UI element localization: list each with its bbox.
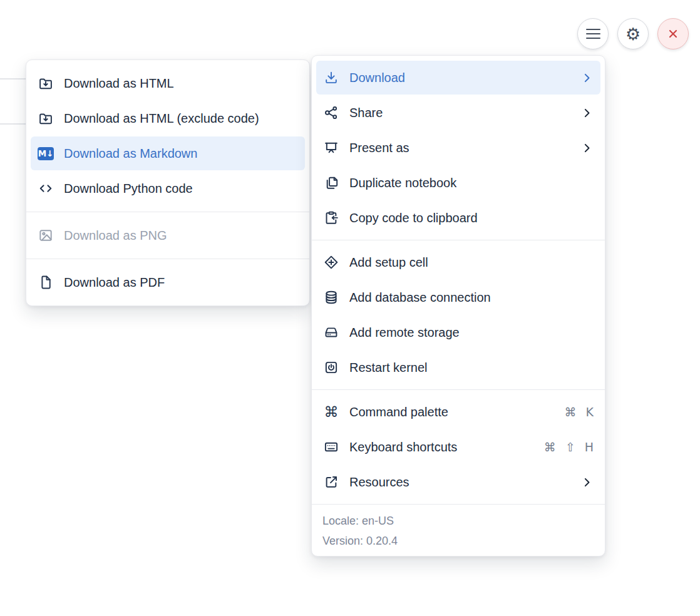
menu-section-cells: Add setup cell Add database connection A…: [312, 240, 605, 389]
hard-drive-icon: [323, 324, 339, 341]
keyboard-shortcut-hint: ⌘ ⇧ H: [544, 440, 594, 454]
hamburger-icon: [586, 29, 600, 39]
menu-item-keyboard-shortcuts[interactable]: Keyboard shortcuts ⌘ ⇧ H: [316, 430, 600, 464]
menu-item-label: Command palette: [349, 405, 448, 419]
image-icon: [38, 227, 54, 244]
locale-text: Locale: en-US: [322, 511, 594, 531]
menu-item-duplicate-notebook[interactable]: Duplicate notebook: [316, 166, 600, 200]
presentation-icon: [323, 140, 339, 156]
submenu-section-png: Download as PNG: [26, 212, 309, 259]
menu-item-label: Download as Markdown: [64, 146, 197, 161]
folder-download-icon: [38, 75, 54, 91]
menu-item-label: Copy code to clipboard: [349, 211, 478, 225]
clipboard-arrow-icon: [323, 210, 339, 226]
submenu-item-download-as-html-exclude-code[interactable]: Download as HTML (exclude code): [31, 101, 305, 135]
menu-item-resources[interactable]: Resources: [316, 465, 600, 499]
download-submenu-panel: Download as HTML Download as HTML (exclu…: [26, 59, 310, 306]
markdown-badge-icon: M↓: [38, 145, 54, 162]
submenu-section-downloads: Download as HTML Download as HTML (exclu…: [26, 60, 309, 212]
menu-item-label: Keyboard shortcuts: [349, 440, 457, 454]
menu-footer: Locale: en-US Version: 0.20.4: [312, 504, 605, 556]
download-icon: [323, 69, 339, 86]
menu-item-label: Resources: [349, 475, 409, 490]
version-text: Version: 0.20.4: [322, 531, 594, 551]
chevron-right-icon: [580, 106, 594, 120]
menu-item-label: Duplicate notebook: [349, 176, 456, 190]
chevron-right-icon: [580, 141, 594, 155]
menu-item-download[interactable]: Download: [316, 61, 600, 95]
menu-item-label: Download as PDF: [64, 275, 165, 290]
keyboard-icon: [323, 439, 339, 455]
menu-item-add-remote-storage[interactable]: Add remote storage: [316, 316, 600, 349]
menu-item-label: Add database connection: [349, 290, 491, 305]
menu-item-label: Restart kernel: [349, 361, 428, 375]
submenu-item-download-as-png[interactable]: Download as PNG: [31, 218, 305, 252]
code-icon: [38, 180, 54, 197]
menu-item-label: Download: [349, 71, 405, 85]
menu-item-command-palette[interactable]: ⌘ Command palette ⌘ K: [316, 395, 600, 429]
menu-item-label: Download as PNG: [64, 228, 167, 243]
menu-item-copy-code-to-clipboard[interactable]: Copy code to clipboard: [316, 201, 600, 235]
gear-icon: ⚙: [625, 26, 641, 43]
notebook-menu-button[interactable]: [577, 18, 609, 49]
menu-item-add-setup-cell[interactable]: Add setup cell: [316, 245, 600, 279]
chevron-right-icon: [580, 71, 594, 85]
menu-item-label: Present as: [349, 141, 409, 155]
menu-item-share[interactable]: Share: [316, 96, 600, 130]
floating-toolbar: ⚙: [577, 18, 689, 49]
background-rule-line: [0, 123, 28, 125]
menu-item-label: Download Python code: [64, 182, 193, 196]
submenu-item-download-as-html[interactable]: Download as HTML: [31, 66, 305, 100]
chevron-right-icon: [580, 476, 594, 489]
keyboard-shortcut-hint: ⌘ K: [565, 405, 594, 419]
menu-section-share: Download Share Present as: [312, 56, 605, 240]
menu-item-label: Download as HTML (exclude code): [64, 111, 259, 126]
share-network-icon: [323, 105, 339, 121]
shutdown-button[interactable]: [657, 18, 689, 49]
close-icon: [666, 26, 681, 41]
submenu-item-download-python-code[interactable]: Download Python code: [31, 172, 305, 205]
menu-item-add-database-connection[interactable]: Add database connection: [316, 280, 600, 314]
submenu-item-download-as-pdf[interactable]: Download as PDF: [31, 265, 305, 299]
file-icon: [38, 274, 54, 290]
folder-download-icon: [38, 110, 54, 126]
notebook-menu-panel: Download Share Present as: [311, 55, 605, 557]
diamond-plus-icon: [323, 254, 339, 270]
submenu-item-download-as-markdown[interactable]: M↓ Download as Markdown: [31, 136, 305, 170]
database-icon: [323, 289, 339, 305]
menu-section-help: ⌘ Command palette ⌘ K Keyboard shortcuts…: [312, 390, 605, 504]
menu-item-restart-kernel[interactable]: Restart kernel: [316, 351, 600, 384]
submenu-section-pdf: Download as PDF: [26, 259, 309, 305]
settings-button[interactable]: ⚙: [617, 18, 649, 49]
command-icon: ⌘: [323, 404, 339, 420]
command-glyph: ⌘: [324, 405, 339, 419]
background-rule-line: [0, 78, 28, 80]
menu-item-label: Add remote storage: [349, 326, 460, 340]
duplicate-icon: [323, 175, 339, 191]
menu-item-label: Add setup cell: [349, 255, 428, 270]
markdown-badge-glyph: M↓: [38, 147, 54, 160]
external-link-icon: [323, 474, 339, 490]
power-icon: [323, 359, 339, 376]
menu-item-label: Share: [349, 106, 383, 120]
menu-item-label: Download as HTML: [64, 76, 174, 91]
menu-item-present-as[interactable]: Present as: [316, 131, 600, 165]
